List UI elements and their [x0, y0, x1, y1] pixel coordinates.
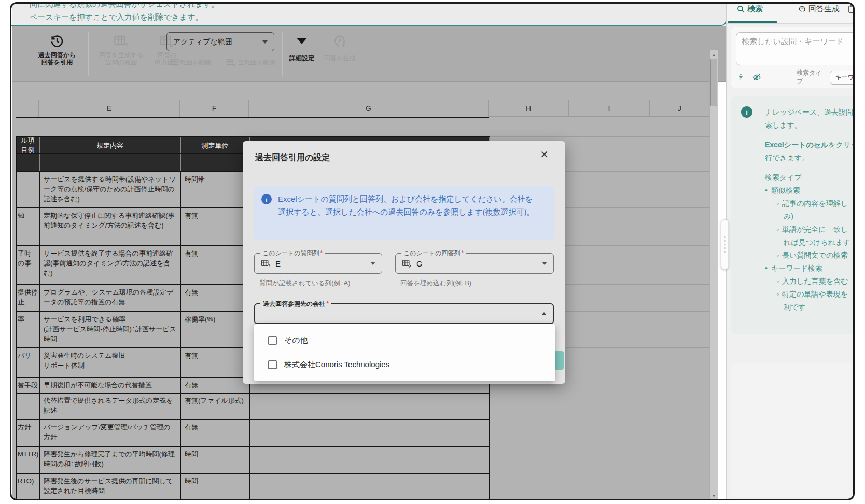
search-type-heading: 検索タイプ — [738, 171, 853, 184]
question-column-select[interactable]: このシートの質問列* ? E — [254, 253, 382, 274]
question-range-button[interactable]: ? 回答を生成する設問の範囲 — [92, 32, 150, 66]
svg-text:i: i — [266, 196, 267, 203]
list-item-continuation: み) — [738, 210, 853, 223]
checkbox[interactable] — [268, 360, 277, 369]
info-icon: i — [741, 106, 752, 122]
svg-text:?: ? — [268, 263, 271, 268]
clipboard-icon — [847, 4, 853, 14]
list-item: 長い質問文での検索 — [738, 249, 853, 262]
info-icon: i — [261, 194, 272, 204]
search-input[interactable] — [736, 32, 853, 65]
gridline — [569, 100, 569, 499]
answer-column-helper: 回答を埋め込む列(例: B) — [400, 279, 471, 288]
pin-icon[interactable] — [737, 73, 745, 82]
search-help-panel: i ナレッジベース、過去設問 索します。 Excelシートのセルをクリッ 行でき… — [731, 96, 853, 334]
banner-line-1: 問に関連する類似の過去回答がサジェストされます。 — [30, 4, 219, 9]
toolbar-divider — [282, 32, 283, 76]
svg-text:?: ? — [125, 42, 129, 48]
answer-column-value: G — [416, 259, 423, 268]
column-header-J[interactable]: J — [650, 100, 709, 117]
search-type-chip[interactable]: キーワード — [830, 71, 853, 85]
list-item-continuation: 利です — [738, 301, 853, 314]
column-header-F[interactable]: F — [180, 100, 249, 117]
svg-text:i: i — [746, 108, 748, 116]
header-cell-f[interactable]: 測定単位 — [181, 137, 250, 153]
toolbar-divider — [88, 32, 89, 76]
tab-search[interactable]: 検索 — [737, 4, 763, 14]
ribbon-toolbar: 過去回答から回答を引用 ? 回答を生成する設問の範囲 回答の出力位置 アク — [12, 26, 726, 82]
advanced-settings-button[interactable]: 詳細設定 — [286, 32, 318, 62]
list-item: 特定の単語や表現を — [738, 288, 853, 301]
search-card: 検索タイプ キーワード — [731, 27, 853, 88]
chevron-down-icon — [262, 40, 268, 44]
gridline — [489, 393, 709, 393]
delete-range-button[interactable]: 範囲を削除 — [168, 58, 211, 67]
column-header-G[interactable]: G — [249, 100, 489, 117]
cite-past-answers-button[interactable]: 過去回答から回答を引用 — [29, 32, 85, 66]
list-item: 単語が完全に一致し — [738, 223, 853, 236]
table-row[interactable]: 方針バージョンアップ/変更管理/パッチ管理の方針有無 — [17, 420, 490, 447]
grid-check-icon — [402, 259, 412, 268]
banner-line-2: ペースキーを押すことで入力値を削除できます。 — [30, 12, 203, 22]
question-column-value: E — [275, 259, 281, 268]
delete-all-ranges-button[interactable]: 全範囲を削除 — [226, 58, 275, 67]
close-icon[interactable]: ✕ — [540, 148, 549, 161]
chevron-up-icon — [541, 312, 547, 315]
grid-x-icon — [168, 58, 177, 67]
table-row[interactable]: 代替措置で提供されるデータ形式の定義を記述有無(ファイル形式) — [17, 394, 490, 420]
checkbox[interactable] — [268, 336, 277, 345]
dialog-divider — [243, 177, 565, 177]
column-headers: E F G H I J — [16, 100, 709, 117]
chevron-down-icon — [542, 262, 547, 265]
gridline — [489, 473, 709, 473]
column-header-partial[interactable] — [16, 100, 39, 117]
company-multiselect[interactable]: 過去回答参照先の会社* — [254, 303, 554, 324]
list-item: 記事の内容を理解し — [738, 197, 853, 210]
search-type-label: 検索タイプ — [797, 68, 826, 86]
grid-question-icon: ? — [261, 259, 271, 268]
header-cell-e[interactable]: 規定内容 — [40, 137, 181, 153]
gridline — [489, 446, 709, 446]
grid-x-icon — [226, 58, 235, 67]
header-cell-d[interactable]: ル項目例 — [17, 137, 40, 153]
dialog-title: 過去回答引用の設定 — [255, 152, 330, 163]
list-item: 入力した言葉を含む — [738, 275, 853, 288]
chevron-down-icon — [370, 262, 375, 265]
scroll-down-arrow[interactable]: ▼ — [710, 492, 718, 499]
head-lightning-icon — [798, 5, 806, 13]
table-row[interactable]: MTTR)障害発生から修理完了までの平均時間(修理時間の和÷故障回数)時間 — [17, 447, 490, 474]
column-header-I[interactable]: I — [569, 100, 650, 117]
tab-clipboard[interactable] — [847, 4, 853, 14]
search-icon — [737, 5, 745, 13]
tab-answer-generate[interactable]: 回答生成 — [798, 4, 840, 14]
header-underline — [16, 117, 489, 118]
suggestion-banner: 問に関連する類似の過去回答がサジェストされます。 ペースキーを押すことで入力値を… — [12, 4, 726, 26]
gridline — [489, 136, 709, 137]
column-header-H[interactable]: H — [489, 100, 569, 117]
vertical-scrollbar[interactable]: ▲ ▼ — [709, 50, 718, 499]
active-tab-underline — [728, 21, 777, 23]
scrollbar-thumb[interactable] — [710, 59, 717, 106]
eye-off-icon[interactable] — [752, 73, 761, 82]
column-header-E[interactable]: E — [39, 100, 180, 117]
grid-question-icon: ? — [114, 32, 129, 50]
list-item-continuation: れば見つけられます — [738, 236, 853, 249]
head-lightning-icon — [332, 32, 347, 50]
menu-option-conoris[interactable]: 株式会社Conoris Technologies — [254, 353, 555, 377]
menu-option-other[interactable]: その他 — [254, 328, 555, 353]
scroll-up-arrow[interactable]: ▲ — [710, 51, 718, 58]
list-item: 類似検索 — [738, 184, 853, 197]
active-range-select[interactable]: アクティブな範囲 — [166, 32, 274, 51]
header-underline-light — [489, 116, 709, 117]
question-column-helper: 質問が記載されている列(例: A) — [259, 279, 350, 288]
generate-answers-button[interactable]: 回答を生成 — [319, 32, 360, 62]
dialog-info-text: Excelシートの質問列と回答列、および会社を指定してください。会社を選択すると… — [278, 192, 540, 233]
task-pane-tabbar: 検索 回答生成 — [727, 4, 853, 24]
answer-column-select[interactable]: このシートの回答列* G — [395, 253, 554, 274]
list-item: キーワード検索 — [738, 262, 853, 275]
task-pane: 検索 回答生成 — [726, 4, 853, 499]
pane-resize-handle[interactable] — [721, 219, 729, 270]
table-row[interactable]: RTO)障害発生後のサービス提供の再開に関して設定された目標時間時間 — [17, 474, 490, 499]
company-options-menu: その他 株式会社Conoris Technologies — [254, 324, 555, 381]
results-panel — [731, 363, 853, 497]
